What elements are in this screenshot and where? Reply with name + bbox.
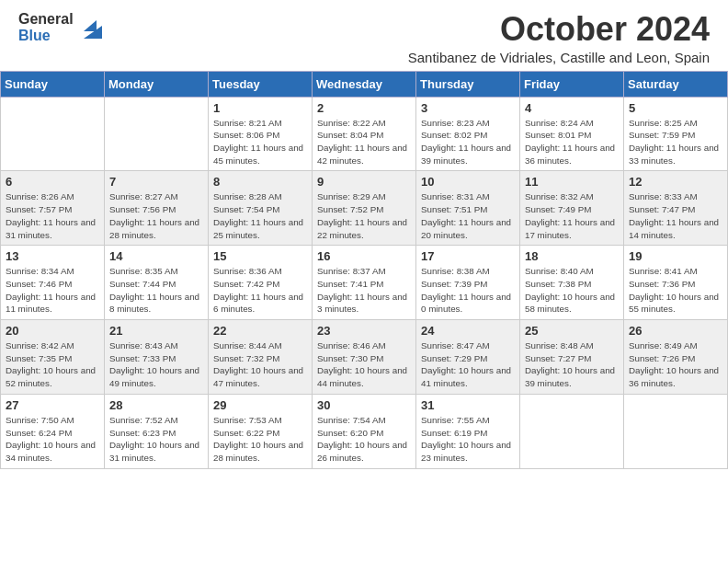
calendar-week-5: 27Sunrise: 7:50 AM Sunset: 6:24 PM Dayli… [1, 394, 728, 468]
col-header-wednesday: Wednesday [313, 71, 416, 97]
day-number: 24 [421, 324, 515, 338]
day-info: Sunrise: 7:50 AM Sunset: 6:24 PM Dayligh… [6, 414, 99, 465]
col-header-saturday: Saturday [624, 71, 728, 97]
day-info: Sunrise: 7:53 AM Sunset: 6:22 PM Dayligh… [213, 414, 307, 465]
day-info: Sunrise: 8:34 AM Sunset: 7:46 PM Dayligh… [6, 265, 99, 316]
calendar-day-22: 22Sunrise: 8:44 AM Sunset: 7:32 PM Dayli… [209, 320, 313, 395]
calendar-day-12: 12Sunrise: 8:33 AM Sunset: 7:47 PM Dayli… [624, 171, 728, 246]
day-number: 31 [421, 398, 515, 412]
day-number: 6 [6, 175, 99, 189]
day-info: Sunrise: 8:28 AM Sunset: 7:54 PM Dayligh… [213, 190, 307, 241]
calendar-header: SundayMondayTuesdayWednesdayThursdayFrid… [1, 71, 728, 97]
day-number: 29 [213, 398, 307, 412]
calendar-day-25: 25Sunrise: 8:48 AM Sunset: 7:27 PM Dayli… [520, 320, 624, 395]
day-number: 12 [629, 175, 722, 189]
calendar-day-23: 23Sunrise: 8:46 AM Sunset: 7:30 PM Dayli… [313, 320, 416, 395]
calendar-day-27: 27Sunrise: 7:50 AM Sunset: 6:24 PM Dayli… [1, 394, 105, 468]
logo-icon [76, 13, 106, 42]
day-number: 26 [629, 324, 722, 338]
calendar-day-31: 31Sunrise: 7:55 AM Sunset: 6:19 PM Dayli… [416, 394, 520, 468]
day-info: Sunrise: 7:52 AM Sunset: 6:23 PM Dayligh… [109, 414, 203, 465]
calendar-day-10: 10Sunrise: 8:31 AM Sunset: 7:51 PM Dayli… [416, 171, 520, 246]
calendar-day-20: 20Sunrise: 8:42 AM Sunset: 7:35 PM Dayli… [1, 320, 105, 395]
day-info: Sunrise: 7:55 AM Sunset: 6:19 PM Dayligh… [421, 414, 515, 465]
calendar-day-empty [624, 394, 728, 468]
calendar-day-18: 18Sunrise: 8:40 AM Sunset: 7:38 PM Dayli… [520, 246, 624, 320]
day-info: Sunrise: 8:29 AM Sunset: 7:52 PM Dayligh… [317, 190, 411, 241]
day-info: Sunrise: 8:27 AM Sunset: 7:56 PM Dayligh… [109, 190, 203, 241]
day-number: 3 [421, 101, 515, 115]
day-number: 21 [109, 324, 203, 338]
calendar-day-5: 5Sunrise: 8:25 AM Sunset: 7:59 PM Daylig… [624, 97, 728, 171]
calendar-day-28: 28Sunrise: 7:52 AM Sunset: 6:23 PM Dayli… [105, 394, 209, 468]
calendar-day-19: 19Sunrise: 8:41 AM Sunset: 7:36 PM Dayli… [624, 246, 728, 320]
day-info: Sunrise: 8:31 AM Sunset: 7:51 PM Dayligh… [421, 190, 515, 241]
day-info: Sunrise: 8:40 AM Sunset: 7:38 PM Dayligh… [525, 265, 619, 316]
calendar-week-3: 13Sunrise: 8:34 AM Sunset: 7:46 PM Dayli… [1, 246, 728, 320]
calendar-day-17: 17Sunrise: 8:38 AM Sunset: 7:39 PM Dayli… [416, 246, 520, 320]
day-info: Sunrise: 8:35 AM Sunset: 7:44 PM Dayligh… [109, 265, 203, 316]
col-header-thursday: Thursday [416, 71, 520, 97]
calendar-week-1: 1Sunrise: 8:21 AM Sunset: 8:06 PM Daylig… [1, 97, 728, 171]
logo-blue: Blue [18, 28, 74, 44]
day-info: Sunrise: 8:49 AM Sunset: 7:26 PM Dayligh… [629, 339, 722, 390]
calendar-day-29: 29Sunrise: 7:53 AM Sunset: 6:22 PM Dayli… [209, 394, 313, 468]
calendar-day-15: 15Sunrise: 8:36 AM Sunset: 7:42 PM Dayli… [209, 246, 313, 320]
main-title: October 2024 [408, 11, 710, 48]
day-number: 22 [213, 324, 307, 338]
calendar-day-11: 11Sunrise: 8:32 AM Sunset: 7:49 PM Dayli… [520, 171, 624, 246]
day-number: 11 [525, 175, 619, 189]
calendar-day-30: 30Sunrise: 7:54 AM Sunset: 6:20 PM Dayli… [313, 394, 416, 468]
day-info: Sunrise: 8:21 AM Sunset: 8:06 PM Dayligh… [213, 117, 307, 167]
subtitle: Santibanez de Vidriales, Castille and Le… [408, 50, 710, 65]
calendar-day-empty [105, 97, 209, 171]
day-number: 7 [109, 175, 203, 189]
calendar-day-2: 2Sunrise: 8:22 AM Sunset: 8:04 PM Daylig… [313, 97, 416, 171]
day-info: Sunrise: 8:22 AM Sunset: 8:04 PM Dayligh… [317, 117, 411, 167]
calendar-day-empty [1, 97, 105, 171]
day-info: Sunrise: 8:32 AM Sunset: 7:49 PM Dayligh… [525, 190, 619, 241]
day-number: 15 [213, 249, 307, 263]
calendar-day-7: 7Sunrise: 8:27 AM Sunset: 7:56 PM Daylig… [105, 171, 209, 246]
day-number: 9 [317, 175, 411, 189]
day-info: Sunrise: 8:33 AM Sunset: 7:47 PM Dayligh… [629, 190, 722, 241]
calendar-day-1: 1Sunrise: 8:21 AM Sunset: 8:06 PM Daylig… [209, 97, 313, 171]
calendar-day-21: 21Sunrise: 8:43 AM Sunset: 7:33 PM Dayli… [105, 320, 209, 395]
day-number: 30 [317, 398, 411, 412]
day-info: Sunrise: 8:44 AM Sunset: 7:32 PM Dayligh… [213, 339, 307, 390]
col-header-monday: Monday [105, 71, 209, 97]
day-info: Sunrise: 8:38 AM Sunset: 7:39 PM Dayligh… [421, 265, 515, 316]
day-info: Sunrise: 8:37 AM Sunset: 7:41 PM Dayligh… [317, 265, 411, 316]
calendar-week-2: 6Sunrise: 8:26 AM Sunset: 7:57 PM Daylig… [1, 171, 728, 246]
day-info: Sunrise: 8:47 AM Sunset: 7:29 PM Dayligh… [421, 339, 515, 390]
col-header-friday: Friday [520, 71, 624, 97]
day-info: Sunrise: 7:54 AM Sunset: 6:20 PM Dayligh… [317, 414, 411, 465]
page-header: General Blue October 2024 Santibanez de … [0, 0, 728, 71]
title-section: October 2024 Santibanez de Vidriales, Ca… [408, 11, 710, 65]
day-number: 27 [6, 398, 99, 412]
day-number: 4 [525, 101, 619, 115]
col-header-sunday: Sunday [1, 71, 105, 97]
day-info: Sunrise: 8:25 AM Sunset: 7:59 PM Dayligh… [629, 117, 722, 167]
day-info: Sunrise: 8:43 AM Sunset: 7:33 PM Dayligh… [109, 339, 203, 390]
day-number: 10 [421, 175, 515, 189]
calendar-week-4: 20Sunrise: 8:42 AM Sunset: 7:35 PM Dayli… [1, 320, 728, 395]
day-number: 17 [421, 249, 515, 263]
day-number: 18 [525, 249, 619, 263]
day-number: 16 [317, 249, 411, 263]
day-info: Sunrise: 8:24 AM Sunset: 8:01 PM Dayligh… [525, 117, 619, 167]
day-info: Sunrise: 8:23 AM Sunset: 8:02 PM Dayligh… [421, 117, 515, 167]
day-info: Sunrise: 8:42 AM Sunset: 7:35 PM Dayligh… [6, 339, 99, 390]
day-info: Sunrise: 8:48 AM Sunset: 7:27 PM Dayligh… [525, 339, 619, 390]
day-number: 13 [6, 249, 99, 263]
logo-general: General [18, 11, 74, 28]
day-info: Sunrise: 8:36 AM Sunset: 7:42 PM Dayligh… [213, 265, 307, 316]
calendar-day-26: 26Sunrise: 8:49 AM Sunset: 7:26 PM Dayli… [624, 320, 728, 395]
svg-marker-1 [84, 20, 97, 31]
calendar-day-8: 8Sunrise: 8:28 AM Sunset: 7:54 PM Daylig… [209, 171, 313, 246]
logo: General Blue [18, 11, 106, 43]
day-number: 19 [629, 249, 722, 263]
day-info: Sunrise: 8:26 AM Sunset: 7:57 PM Dayligh… [6, 190, 99, 241]
day-number: 2 [317, 101, 411, 115]
calendar-day-empty [520, 394, 624, 468]
